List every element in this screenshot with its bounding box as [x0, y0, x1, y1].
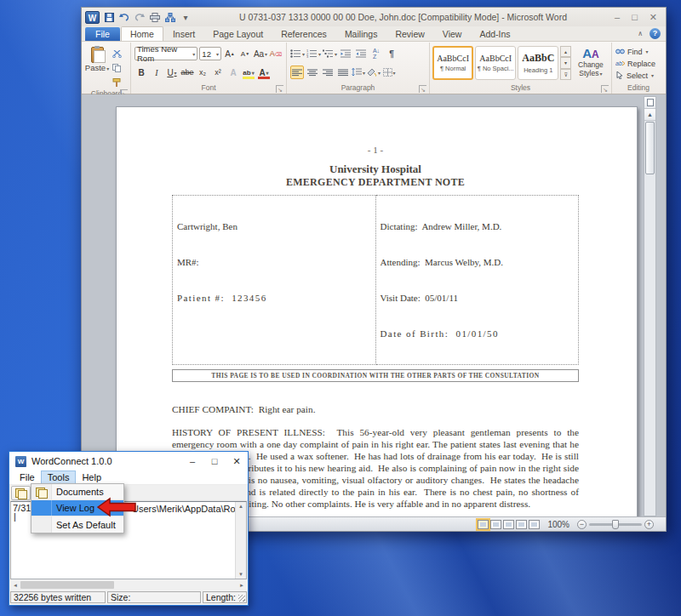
redo-icon[interactable]: [134, 11, 146, 23]
multilevel-list-icon[interactable]: ▾: [323, 47, 337, 60]
tab-insert[interactable]: Insert: [164, 27, 203, 41]
wc-scroll-down-icon[interactable]: ▼: [238, 572, 243, 577]
superscript-button[interactable]: x²: [211, 66, 225, 79]
styles-scroll-up-icon[interactable]: ▴: [560, 46, 570, 57]
resize-grip[interactable]: [238, 595, 245, 602]
wordconnect-titlebar[interactable]: W WordConnect 1.0.0 – □ ✕: [9, 452, 248, 471]
increase-indent-icon[interactable]: [354, 47, 368, 60]
highlight-color-icon[interactable]: ab▾: [242, 66, 255, 79]
clear-formatting-icon[interactable]: A⌫: [269, 47, 283, 60]
style-no-spacing[interactable]: AaBbCcI ¶ No Spaci...: [475, 46, 516, 80]
qat-customize-icon[interactable]: ▾: [180, 11, 192, 23]
ruler-toggle-icon[interactable]: [644, 97, 655, 109]
change-styles-button[interactable]: AA Change Styles▾: [572, 44, 609, 80]
word-logo-icon[interactable]: W: [85, 11, 100, 24]
wc-menu-tools[interactable]: Tools: [41, 471, 77, 484]
tab-view[interactable]: View: [434, 27, 471, 41]
styles-scroll-down-icon[interactable]: ▾: [560, 57, 570, 68]
wc-hscroll-thumb[interactable]: [20, 581, 114, 589]
close-button[interactable]: ✕: [650, 12, 657, 23]
style-normal[interactable]: AaBbCcI ¶ Normal: [432, 46, 473, 80]
bullets-icon[interactable]: ▾: [290, 47, 305, 60]
underline-button[interactable]: U▾: [165, 66, 179, 79]
italic-button[interactable]: I: [150, 66, 163, 79]
scrollbar-thumb[interactable]: [645, 122, 655, 174]
strikethrough-button[interactable]: abe: [180, 66, 194, 79]
wc-menu-help[interactable]: Help: [76, 471, 107, 483]
styles-more-icon[interactable]: ⊽: [560, 69, 570, 80]
shrink-font-icon[interactable]: A▼: [238, 47, 252, 60]
select-button[interactable]: Select▾: [615, 70, 661, 81]
text-effects-icon[interactable]: A: [226, 66, 240, 79]
subscript-button[interactable]: x₂: [196, 66, 209, 79]
copy-icon[interactable]: [110, 61, 123, 75]
cut-icon[interactable]: [110, 47, 123, 60]
scroll-up-icon[interactable]: ▲: [644, 109, 655, 121]
wc-vertical-scrollbar[interactable]: ▲ ▼: [235, 502, 246, 579]
borders-icon[interactable]: ▾: [382, 66, 396, 79]
maximize-button[interactable]: □: [632, 12, 638, 23]
tab-page-layout[interactable]: Page Layout: [204, 27, 272, 41]
bold-button[interactable]: B: [134, 66, 148, 79]
tab-add-ins[interactable]: Add-Ins: [471, 27, 518, 41]
wc-scroll-up-icon[interactable]: ▲: [238, 504, 243, 509]
fullscreen-reading-view-icon[interactable]: [490, 520, 501, 529]
wc-minimize-button[interactable]: –: [181, 456, 203, 467]
shading-icon[interactable]: ▾: [367, 66, 381, 79]
tab-file[interactable]: File: [85, 27, 120, 41]
zoom-out-icon[interactable]: −: [577, 520, 587, 529]
font-color-icon[interactable]: A▾: [257, 66, 271, 79]
justify-button[interactable]: [336, 66, 350, 79]
quick-print-icon[interactable]: [149, 11, 161, 23]
numbering-icon[interactable]: 123▾: [306, 47, 321, 60]
align-right-button[interactable]: [321, 66, 335, 79]
document-vertical-scrollbar[interactable]: ▲: [644, 96, 656, 516]
patient-number: Patient #: 123456: [177, 292, 371, 304]
draft-view-icon[interactable]: [529, 520, 540, 529]
align-center-button[interactable]: [306, 66, 319, 79]
decrease-indent-icon[interactable]: [339, 47, 352, 60]
wc-close-button[interactable]: ✕: [226, 456, 248, 467]
wc-horizontal-scrollbar[interactable]: ◄ ►: [10, 579, 247, 590]
grow-font-icon[interactable]: A▲: [223, 47, 237, 60]
tab-home[interactable]: Home: [121, 26, 163, 41]
menu-item-set-as-default[interactable]: Set As Default: [31, 516, 123, 533]
org-chart-icon[interactable]: [164, 11, 176, 23]
styles-dialog-launcher[interactable]: ↘: [601, 85, 609, 93]
minimize-ribbon-icon[interactable]: ∧: [638, 30, 643, 37]
paste-button[interactable]: Paste▾: [84, 44, 110, 89]
zoom-track[interactable]: [589, 523, 642, 526]
align-left-button[interactable]: [290, 66, 304, 79]
sort-icon[interactable]: A↓Z: [369, 47, 383, 60]
line-spacing-icon[interactable]: ▾: [352, 66, 365, 79]
zoom-in-icon[interactable]: +: [644, 520, 654, 529]
undo-icon[interactable]: [118, 11, 130, 23]
tab-references[interactable]: References: [272, 27, 335, 41]
minimize-button[interactable]: –: [615, 12, 620, 23]
help-icon[interactable]: ?: [650, 28, 661, 39]
paragraph-dialog-launcher[interactable]: ↘: [419, 85, 426, 93]
tab-review[interactable]: Review: [386, 27, 432, 41]
font-size-select[interactable]: 12▾: [199, 47, 221, 60]
wc-scroll-right-icon[interactable]: ►: [239, 583, 247, 588]
font-name-select[interactable]: Times New Rom▾: [134, 47, 197, 60]
style-heading1[interactable]: AaBbC Heading 1: [518, 46, 558, 80]
outline-view-icon[interactable]: [516, 520, 527, 529]
show-hide-pilcrow-button[interactable]: ¶: [385, 47, 398, 60]
format-painter-icon[interactable]: [110, 76, 123, 89]
find-button[interactable]: Find▾: [615, 46, 661, 57]
web-layout-view-icon[interactable]: [503, 520, 514, 529]
replace-button[interactable]: ab Replace: [615, 58, 661, 69]
zoom-level[interactable]: 100%: [547, 520, 569, 529]
font-dialog-launcher[interactable]: ↘: [276, 85, 283, 93]
zoom-thumb[interactable]: [612, 520, 619, 529]
print-layout-view-icon[interactable]: [478, 520, 489, 529]
documents-toolbar-button[interactable]: [11, 486, 31, 500]
save-icon[interactable]: [103, 11, 115, 23]
wc-scroll-left-icon[interactable]: ◄: [10, 583, 18, 588]
wc-maximize-button[interactable]: □: [203, 456, 226, 467]
tab-mailings[interactable]: Mailings: [336, 27, 386, 41]
change-case-button[interactable]: Aa▾: [254, 47, 267, 60]
word-titlebar[interactable]: W ▾ U 0731-037 1313 0000 00 00 Doe: [82, 8, 666, 26]
wc-menu-file[interactable]: File: [14, 471, 41, 483]
